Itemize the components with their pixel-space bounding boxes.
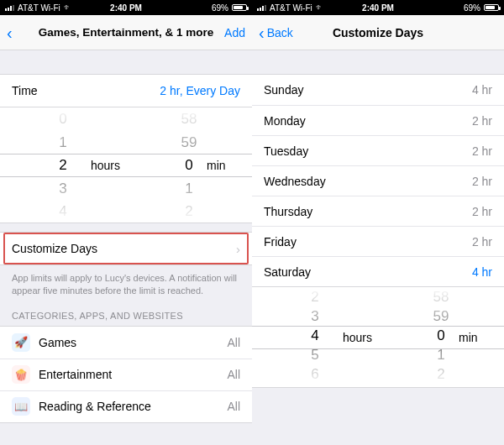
category-value: All [227,336,240,349]
day-label: Sunday [264,83,303,97]
nav-bar: ‹ Games, Entertainment, & 1 more Add [0,15,252,50]
nav-bar: ‹ Back Customize Days [252,15,504,50]
day-row[interactable]: Friday2 hr [252,226,504,256]
day-row[interactable]: Tuesday2 hr [252,135,504,165]
footnote: App limits will apply to Lucy's devices.… [0,265,252,301]
day-value: 4 hr [472,265,492,279]
category-icon: 🍿 [12,365,30,384]
category-label: Entertainment [39,368,112,381]
category-label: Reading & Reference [39,400,151,413]
day-label: Friday [264,235,297,249]
day-value: 2 hr [472,205,492,218]
battery-icon [232,4,247,11]
day-row[interactable]: Monday2 hr [252,105,504,135]
category-value: All [227,400,240,413]
category-label: Games [39,336,76,349]
nav-title: Games, Entertainment, & 1 more [0,26,252,39]
picker-hours-column[interactable]: 1234567 [252,287,378,387]
day-value: 4 hr [472,83,492,97]
chevron-left-icon: ‹ [259,24,265,41]
category-row[interactable]: 🍿EntertainmentAll [0,359,252,390]
add-button[interactable]: Add [224,26,245,39]
customize-days-row[interactable]: Customize Days › [0,232,252,265]
day-label: Wednesday [264,175,326,188]
picker-minutes-column[interactable]: 5758590123 [378,287,504,387]
battery-icon [484,4,499,11]
back-label: Back [267,26,293,39]
time-value: 2 hr, Every Day [160,84,240,97]
day-row[interactable]: Wednesday2 hr [252,165,504,196]
days-group: Sunday4 hrMonday2 hrTuesday2 hrWednesday… [252,74,504,287]
category-icon: 📖 [12,397,30,416]
customize-days-label: Customize Days [12,242,97,255]
day-value: 2 hr [472,175,492,188]
day-label: Tuesday [264,144,308,158]
time-picker[interactable]: 012345 5758590123 hours min [0,107,252,223]
back-button[interactable]: ‹ [7,24,13,41]
status-bar: AT&T Wi-Fi ᯤ 2:40 PM 69% [252,0,504,15]
day-value: 2 hr [472,144,492,158]
day-value: 2 hr [472,114,492,128]
status-time: 2:40 PM [252,3,504,13]
day-value: 2 hr [472,235,492,249]
category-row[interactable]: 🚀GamesAll [0,327,252,359]
time-label: Time [12,84,38,97]
chevron-left-icon: ‹ [7,24,13,41]
day-label: Monday [264,114,306,128]
category-icon: 🚀 [12,333,30,352]
categories-group: 🚀GamesAll🍿EntertainmentAll📖Reading & Ref… [0,326,252,423]
screen-customize-days: AT&T Wi-Fi ᯤ 2:40 PM 69% ‹ Back Customiz… [252,0,504,445]
category-value: All [227,368,240,381]
status-bar: AT&T Wi-Fi ᯤ 2:40 PM 69% [0,0,252,15]
picker-hours-column[interactable]: 012345 [0,107,126,222]
day-label: Thursday [264,205,312,218]
time-picker[interactable]: 1234567 5758590123 hours min [252,287,504,388]
picker-minutes-column[interactable]: 5758590123 [126,107,252,222]
chevron-right-icon: › [236,242,240,256]
back-button[interactable]: ‹ Back [259,24,293,41]
time-row[interactable]: Time 2 hr, Every Day [0,74,252,107]
day-row[interactable]: Sunday4 hr [252,75,504,105]
screen-app-limits: AT&T Wi-Fi ᯤ 2:40 PM 69% ‹ Games, Entert… [0,0,252,445]
day-row[interactable]: Saturday4 hr [252,256,504,286]
day-row[interactable]: Thursday2 hr [252,196,504,226]
day-label: Saturday [264,265,311,279]
status-time: 2:40 PM [0,3,252,13]
category-row[interactable]: 📖Reading & ReferenceAll [0,390,252,422]
categories-header: CATEGORIES, APPS, AND WEBSITES [0,301,252,326]
